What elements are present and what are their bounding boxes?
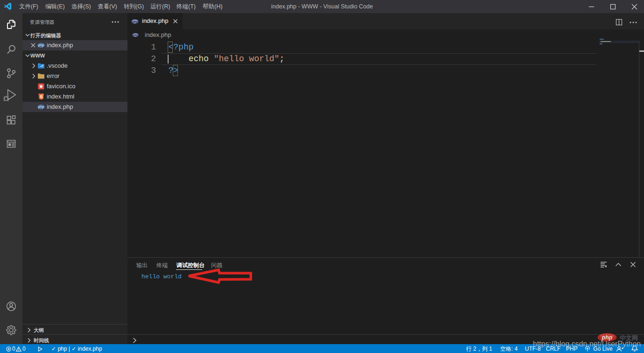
- svg-text:php: php: [38, 105, 44, 109]
- svg-text:5: 5: [40, 94, 42, 99]
- svg-text:php: php: [132, 33, 138, 36]
- svg-text:php: php: [132, 20, 139, 24]
- svg-text:php: php: [38, 43, 44, 47]
